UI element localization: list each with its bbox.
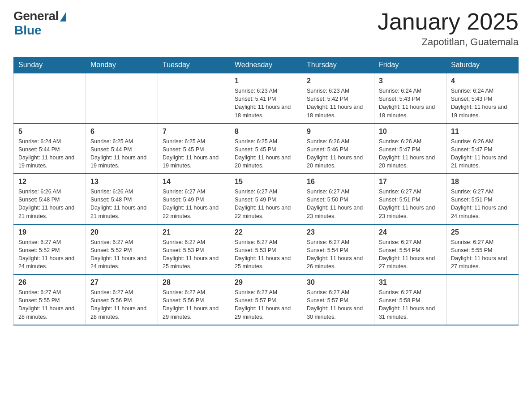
calendar-cell: 16Sunrise: 6:27 AM Sunset: 5:50 PM Dayli… <box>302 174 374 224</box>
day-number: 14 <box>163 178 225 186</box>
day-info: Sunrise: 6:26 AM Sunset: 5:47 PM Dayligh… <box>451 137 514 170</box>
calendar-cell: 5Sunrise: 6:24 AM Sunset: 5:44 PM Daylig… <box>14 124 86 174</box>
day-info: Sunrise: 6:24 AM Sunset: 5:44 PM Dayligh… <box>18 137 81 170</box>
day-info: Sunrise: 6:23 AM Sunset: 5:41 PM Dayligh… <box>235 87 297 120</box>
day-number: 17 <box>379 178 442 186</box>
calendar-cell: 2Sunrise: 6:23 AM Sunset: 5:42 PM Daylig… <box>302 73 374 124</box>
day-info: Sunrise: 6:27 AM Sunset: 5:53 PM Dayligh… <box>235 238 297 271</box>
day-info: Sunrise: 6:25 AM Sunset: 5:45 PM Dayligh… <box>235 137 297 170</box>
day-info: Sunrise: 6:27 AM Sunset: 5:58 PM Dayligh… <box>379 288 442 321</box>
page-header: General Blue January 2025 Zapotitlan, Gu… <box>13 9 519 48</box>
day-number: 29 <box>235 278 297 287</box>
day-number: 30 <box>307 278 369 287</box>
calendar-week-row: 1Sunrise: 6:23 AM Sunset: 5:41 PM Daylig… <box>14 73 519 124</box>
calendar-cell: 30Sunrise: 6:27 AM Sunset: 5:57 PM Dayli… <box>302 274 374 325</box>
day-info: Sunrise: 6:23 AM Sunset: 5:42 PM Dayligh… <box>307 87 369 120</box>
calendar-cell: 3Sunrise: 6:24 AM Sunset: 5:43 PM Daylig… <box>374 73 446 124</box>
logo-triangle-icon <box>60 12 66 21</box>
day-number: 27 <box>90 278 153 287</box>
weekday-header-row: SundayMondayTuesdayWednesdayThursdayFrid… <box>14 57 519 73</box>
calendar-cell: 13Sunrise: 6:26 AM Sunset: 5:48 PM Dayli… <box>86 174 158 224</box>
day-info: Sunrise: 6:26 AM Sunset: 5:48 PM Dayligh… <box>18 188 81 220</box>
calendar-cell: 17Sunrise: 6:27 AM Sunset: 5:51 PM Dayli… <box>374 174 446 224</box>
calendar-cell: 14Sunrise: 6:27 AM Sunset: 5:49 PM Dayli… <box>158 174 230 224</box>
day-number: 25 <box>451 228 514 236</box>
day-number: 1 <box>235 77 297 85</box>
calendar-cell: 9Sunrise: 6:26 AM Sunset: 5:46 PM Daylig… <box>302 124 374 174</box>
day-number: 3 <box>379 77 442 85</box>
logo-general-text: General <box>13 9 59 23</box>
weekday-header-sunday: Sunday <box>14 57 86 73</box>
day-info: Sunrise: 6:27 AM Sunset: 5:54 PM Dayligh… <box>307 238 369 271</box>
calendar-cell: 24Sunrise: 6:27 AM Sunset: 5:54 PM Dayli… <box>374 224 446 275</box>
calendar-cell: 11Sunrise: 6:26 AM Sunset: 5:47 PM Dayli… <box>446 124 519 174</box>
calendar-cell: 27Sunrise: 6:27 AM Sunset: 5:56 PM Dayli… <box>86 274 158 325</box>
day-info: Sunrise: 6:27 AM Sunset: 5:54 PM Dayligh… <box>379 238 442 271</box>
calendar-cell: 18Sunrise: 6:27 AM Sunset: 5:51 PM Dayli… <box>446 174 519 224</box>
calendar-cell <box>86 73 158 124</box>
day-info: Sunrise: 6:27 AM Sunset: 5:51 PM Dayligh… <box>451 188 514 220</box>
calendar-table: SundayMondayTuesdayWednesdayThursdayFrid… <box>13 57 519 325</box>
day-number: 5 <box>18 128 81 136</box>
title-block: January 2025 Zapotitlan, Guatemala <box>378 9 519 48</box>
calendar-cell <box>14 73 86 124</box>
day-number: 15 <box>235 178 297 186</box>
weekday-header-thursday: Thursday <box>302 57 374 73</box>
day-number: 6 <box>90 128 153 136</box>
calendar-cell: 15Sunrise: 6:27 AM Sunset: 5:49 PM Dayli… <box>230 174 302 224</box>
day-info: Sunrise: 6:26 AM Sunset: 5:46 PM Dayligh… <box>307 137 369 170</box>
day-number: 11 <box>451 128 514 136</box>
day-info: Sunrise: 6:27 AM Sunset: 5:49 PM Dayligh… <box>235 188 297 220</box>
calendar-cell: 8Sunrise: 6:25 AM Sunset: 5:45 PM Daylig… <box>230 124 302 174</box>
day-number: 23 <box>307 228 369 236</box>
day-number: 24 <box>379 228 442 236</box>
calendar-cell: 25Sunrise: 6:27 AM Sunset: 5:55 PM Dayli… <box>446 224 519 275</box>
weekday-header-tuesday: Tuesday <box>158 57 230 73</box>
day-info: Sunrise: 6:24 AM Sunset: 5:43 PM Dayligh… <box>379 87 442 120</box>
calendar-cell: 19Sunrise: 6:27 AM Sunset: 5:52 PM Dayli… <box>14 224 86 275</box>
day-info: Sunrise: 6:27 AM Sunset: 5:51 PM Dayligh… <box>379 188 442 220</box>
day-number: 20 <box>90 228 153 236</box>
day-number: 7 <box>163 128 225 136</box>
day-number: 16 <box>307 178 369 186</box>
calendar-week-row: 19Sunrise: 6:27 AM Sunset: 5:52 PM Dayli… <box>14 224 519 275</box>
day-info: Sunrise: 6:27 AM Sunset: 5:52 PM Dayligh… <box>90 238 153 271</box>
day-info: Sunrise: 6:26 AM Sunset: 5:47 PM Dayligh… <box>379 137 442 170</box>
calendar-week-row: 26Sunrise: 6:27 AM Sunset: 5:55 PM Dayli… <box>14 274 519 325</box>
day-info: Sunrise: 6:27 AM Sunset: 5:57 PM Dayligh… <box>235 288 297 321</box>
day-number: 22 <box>235 228 297 236</box>
calendar-cell <box>446 274 519 325</box>
calendar-cell: 31Sunrise: 6:27 AM Sunset: 5:58 PM Dayli… <box>374 274 446 325</box>
calendar-cell: 4Sunrise: 6:24 AM Sunset: 5:43 PM Daylig… <box>446 73 519 124</box>
calendar-cell: 23Sunrise: 6:27 AM Sunset: 5:54 PM Dayli… <box>302 224 374 275</box>
day-number: 26 <box>18 278 81 287</box>
logo-blue-text: Blue <box>14 23 42 38</box>
day-number: 4 <box>451 77 514 85</box>
day-number: 21 <box>163 228 225 236</box>
calendar-cell <box>158 73 230 124</box>
day-info: Sunrise: 6:27 AM Sunset: 5:49 PM Dayligh… <box>163 188 225 220</box>
weekday-header-friday: Friday <box>374 57 446 73</box>
day-number: 8 <box>235 128 297 136</box>
weekday-header-wednesday: Wednesday <box>230 57 302 73</box>
day-number: 13 <box>90 178 153 186</box>
weekday-header-monday: Monday <box>86 57 158 73</box>
calendar-week-row: 5Sunrise: 6:24 AM Sunset: 5:44 PM Daylig… <box>14 124 519 174</box>
calendar-week-row: 12Sunrise: 6:26 AM Sunset: 5:48 PM Dayli… <box>14 174 519 224</box>
day-number: 31 <box>379 278 442 287</box>
day-info: Sunrise: 6:27 AM Sunset: 5:56 PM Dayligh… <box>90 288 153 321</box>
calendar-cell: 12Sunrise: 6:26 AM Sunset: 5:48 PM Dayli… <box>14 174 86 224</box>
day-info: Sunrise: 6:27 AM Sunset: 5:55 PM Dayligh… <box>18 288 81 321</box>
calendar-cell: 7Sunrise: 6:25 AM Sunset: 5:45 PM Daylig… <box>158 124 230 174</box>
day-info: Sunrise: 6:27 AM Sunset: 5:57 PM Dayligh… <box>307 288 369 321</box>
calendar-cell: 22Sunrise: 6:27 AM Sunset: 5:53 PM Dayli… <box>230 224 302 275</box>
calendar-cell: 10Sunrise: 6:26 AM Sunset: 5:47 PM Dayli… <box>374 124 446 174</box>
day-info: Sunrise: 6:27 AM Sunset: 5:53 PM Dayligh… <box>163 238 225 271</box>
day-info: Sunrise: 6:26 AM Sunset: 5:48 PM Dayligh… <box>90 188 153 220</box>
day-info: Sunrise: 6:25 AM Sunset: 5:45 PM Dayligh… <box>163 137 225 170</box>
day-number: 18 <box>451 178 514 186</box>
logo: General Blue <box>13 9 66 38</box>
calendar-cell: 20Sunrise: 6:27 AM Sunset: 5:52 PM Dayli… <box>86 224 158 275</box>
day-info: Sunrise: 6:27 AM Sunset: 5:55 PM Dayligh… <box>451 238 514 271</box>
day-number: 12 <box>18 178 81 186</box>
